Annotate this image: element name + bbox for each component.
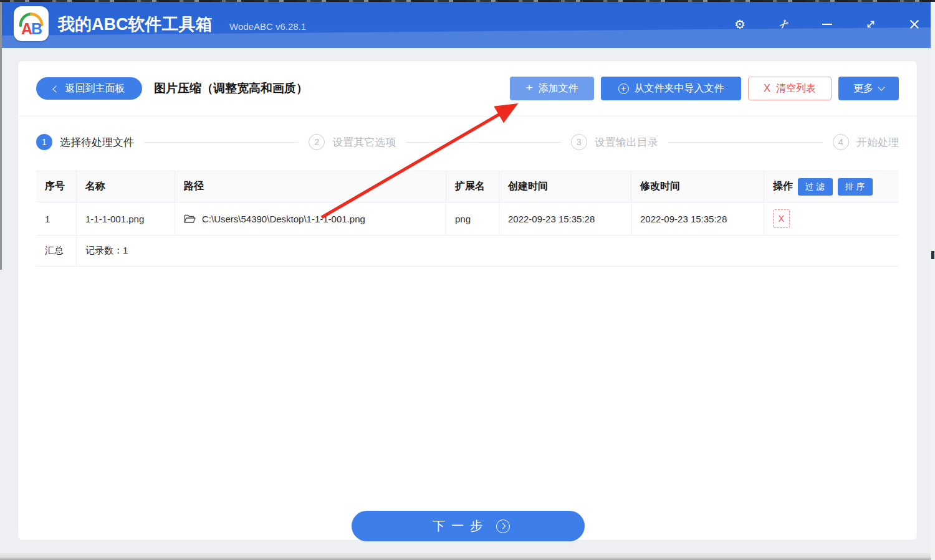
step-3-label: 设置输出目录: [595, 135, 658, 149]
header-created: 创建时间: [499, 171, 631, 202]
screen-edge-left: [0, 0, 2, 270]
chevron-left-icon: [52, 85, 59, 92]
header-operations: 操作 过滤 排序: [764, 171, 899, 202]
scrollbar-thumb[interactable]: [931, 251, 934, 259]
plus-icon: +: [525, 81, 532, 95]
step-3-circle: 3: [571, 134, 587, 150]
settings-gear-icon[interactable]: ⚙: [732, 17, 747, 32]
logo-letters: AB: [14, 20, 49, 38]
file-table: 序号 名称 路径 扩展名 创建时间 修改时间 操作 过滤 排序 1 1-1-1-…: [36, 171, 899, 267]
logo-letter-b: B: [31, 20, 41, 37]
cell-operations: X: [764, 202, 899, 235]
app-version: WodeABC v6.28.1: [229, 21, 306, 32]
toolbar-divider: [18, 116, 917, 116]
step-4-circle: 4: [833, 134, 849, 150]
open-folder-icon[interactable]: [184, 214, 196, 224]
titlebar: AB 我的ABC软件工具箱 WodeABC v6.28.1 ⚙ ✂: [0, 0, 935, 48]
path-text: C:\Users\54390\Desktop\1-1-1-001.png: [202, 214, 365, 224]
filter-button[interactable]: 过滤: [798, 178, 833, 196]
step-connector: [406, 142, 560, 143]
next-step-label: 下一步: [426, 518, 489, 534]
close-x-shape: [909, 19, 920, 30]
screen-edge-bottom: [0, 553, 935, 560]
step-3-output-dir: 3 设置输出目录: [571, 134, 658, 150]
operations-label: 操作: [773, 180, 793, 193]
logo-letter-a: A: [21, 20, 31, 37]
step-4-label: 开始处理: [856, 135, 899, 149]
step-1-select-files: 1 选择待处理文件: [36, 134, 134, 150]
import-folder-label: 从文件夹中导入文件: [635, 82, 724, 95]
step-connector: [668, 142, 823, 143]
maximize-resize-icon[interactable]: [863, 17, 878, 32]
header-modified: 修改时间: [631, 171, 764, 202]
minimize-bar: [822, 24, 832, 25]
add-files-label: 添加文件: [539, 82, 578, 95]
page-title: 图片压缩（调整宽高和画质）: [154, 80, 308, 97]
back-button-label: 返回到主面板: [65, 82, 125, 95]
cell-path: C:\Users\54390\Desktop\1-1-1-001.png: [175, 202, 446, 235]
step-4-start: 4 开始处理: [833, 134, 899, 150]
header-name: 名称: [77, 171, 175, 202]
table-row: 1 1-1-1-001.png C:\Users\54390\Desktop\1…: [36, 202, 899, 235]
clear-x-icon: X: [764, 83, 770, 94]
app-title: 我的ABC软件工具箱: [58, 13, 213, 36]
header-ext: 扩展名: [446, 171, 499, 202]
toolbar: 返回到主面板 图片压缩（调整宽高和画质） + 添加文件 + 从文件夹中导入文件 …: [36, 76, 899, 101]
circle-plus-icon: +: [618, 83, 629, 94]
circle-arrow-right-icon: [496, 520, 510, 533]
app-window: AB 我的ABC软件工具箱 WodeABC v6.28.1 ⚙ ✂ 返回到主面板: [0, 0, 935, 560]
app-logo: AB: [14, 6, 49, 41]
next-step-button[interactable]: 下一步: [352, 511, 585, 541]
back-to-dashboard-button[interactable]: 返回到主面板: [36, 77, 142, 100]
step-1-circle: 1: [36, 134, 52, 150]
summary-label: 汇总: [36, 235, 77, 266]
screen-edge-top: [0, 0, 935, 2]
cell-modified: 2022-09-23 15:35:28: [631, 202, 764, 235]
scrollbar-track[interactable]: [931, 2, 935, 560]
minimize-icon[interactable]: [820, 17, 835, 32]
clear-list-label: 清空列表: [776, 82, 816, 95]
add-files-button[interactable]: + 添加文件: [510, 77, 594, 100]
step-2-label: 设置其它选项: [332, 135, 396, 149]
table-header-row: 序号 名称 路径 扩展名 创建时间 修改时间 操作 过滤 排序: [36, 171, 899, 202]
step-connector: [144, 142, 299, 143]
cell-index: 1: [36, 202, 77, 235]
delete-row-button[interactable]: X: [773, 209, 790, 228]
step-indicator: 1 选择待处理文件 2 设置其它选项 3 设置输出目录 4 开始处理: [36, 131, 899, 153]
close-icon[interactable]: [907, 17, 922, 32]
main-panel: 返回到主面板 图片压缩（调整宽高和画质） + 添加文件 + 从文件夹中导入文件 …: [17, 60, 918, 541]
resize-arrows: [865, 18, 877, 31]
titlebar-actions: ⚙ ✂: [732, 0, 922, 48]
more-label: 更多: [853, 82, 873, 95]
cell-name: 1-1-1-001.png: [77, 202, 175, 235]
more-dropdown-button[interactable]: 更多: [838, 77, 899, 100]
sort-button[interactable]: 排序: [838, 178, 873, 196]
step-2-options: 2 设置其它选项: [309, 134, 396, 150]
import-from-folder-button[interactable]: + 从文件夹中导入文件: [601, 77, 741, 100]
table-summary-row: 汇总 记录数：1: [36, 235, 899, 267]
header-path: 路径: [175, 171, 446, 202]
toolbar-actions: + 添加文件 + 从文件夹中导入文件 X 清空列表 更多: [510, 77, 899, 100]
scissors-screenshot-icon[interactable]: ✂: [773, 14, 794, 35]
clear-list-button[interactable]: X 清空列表: [748, 77, 832, 100]
summary-record-count: 记录数：1: [77, 235, 899, 266]
chevron-down-icon: [878, 83, 885, 90]
step-1-label: 选择待处理文件: [60, 135, 134, 149]
header-index: 序号: [36, 171, 77, 202]
step-2-circle: 2: [309, 134, 325, 150]
cell-created: 2022-09-23 15:35:28: [499, 202, 631, 235]
cell-ext: png: [446, 202, 499, 235]
